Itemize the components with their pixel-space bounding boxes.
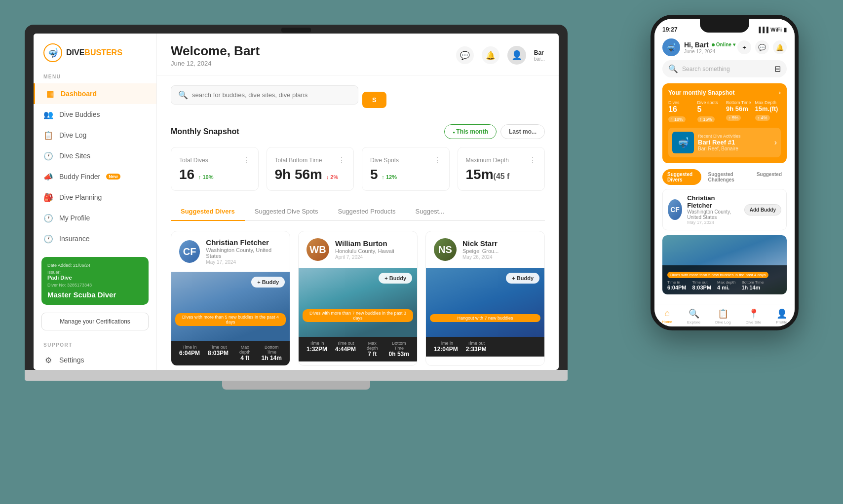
activity-badge-nick: Hangout with 7 new buddies xyxy=(430,314,540,322)
snapshot-spots: Dive spots 5 ↑ 15% xyxy=(697,100,724,123)
add-buddy-phone-button[interactable]: Add Buddy xyxy=(744,204,781,216)
diver-name-christian: Christian Fletcher xyxy=(206,238,282,247)
dive-buddies-icon: 👥 xyxy=(43,109,53,119)
wifi-icon: WiFi xyxy=(770,27,782,33)
phone-map-card: Dives with more than 5 new buddies in th… xyxy=(662,235,787,294)
phone-tab-suggested[interactable]: Suggested xyxy=(752,169,787,185)
tab-suggested-divers[interactable]: Suggested Divers xyxy=(171,203,245,221)
sidebar-item-label-dashboard: Dashboard xyxy=(61,90,97,98)
manage-certs-button[interactable]: Manage your Certifications xyxy=(41,313,149,330)
bottom-nav-divesite[interactable]: 📍 Dive Site xyxy=(746,308,762,324)
sidebar-item-insurance[interactable]: 🕐 Insurance xyxy=(34,228,156,249)
phone-hi-text: Hi, Bart xyxy=(684,41,709,49)
tab-suggested-products[interactable]: Suggested Products xyxy=(328,203,405,221)
snapshot-depth: Max Depth 15m.(ft) ↑ 4% xyxy=(755,100,781,123)
phone-add-icon[interactable]: + xyxy=(737,40,751,54)
sidebar-item-dive-planning[interactable]: 🎒 Dive Planning xyxy=(34,187,156,208)
diver-date-william: April 7, 2024 xyxy=(335,254,394,260)
time-out-christian: Time out 8:03PM xyxy=(208,345,229,361)
snapshot-grid: Dives 16 ↑ 18% Dive spots 5 ↑ 15% Bottom… xyxy=(668,100,781,123)
recent-dive-card: 🤿 Recent Dive Activities Bari Reef #1 Ba… xyxy=(668,128,781,157)
map-image: Dives with more than 5 new buddies in th… xyxy=(662,235,787,294)
bottom-nav-profile[interactable]: 👤 Profile xyxy=(776,308,787,324)
diver-image-christian: + Buddy Dives with more than 5 new buddi… xyxy=(171,272,290,341)
phone-user-info: 🤿 Hi, Bart Online ▾ June 12, 2024 xyxy=(662,38,735,56)
phone-tab-divers[interactable]: Suggested Divers xyxy=(662,169,701,185)
monthly-snapshot-title: Monthly Snapshot xyxy=(171,127,239,136)
tabs-row: Suggested Divers Suggested Dive Spots Su… xyxy=(171,203,545,221)
bottom-time-christian: Bottom Time 1h 14m xyxy=(262,345,282,361)
phone-search-icon: 🔍 xyxy=(668,64,678,73)
signal-icon: ▐▐▐ xyxy=(757,27,768,33)
bottom-time-menu[interactable]: ⋮ xyxy=(338,155,345,165)
diver-card-william: WB William Burton Honolulu County, Hawai… xyxy=(298,231,418,366)
map-tag: Dives with more than 5 new buddies in th… xyxy=(667,272,768,278)
tab-suggest-more[interactable]: Suggest... xyxy=(406,203,455,221)
bottom-nav-home[interactable]: ⌂ Home xyxy=(662,308,672,324)
battery-icon: ▮ xyxy=(784,27,787,33)
phone-suggested-card: CF Christian Fletcher Washington County,… xyxy=(662,189,787,230)
dive-stats-christian: Time in 6:04PM Time out 8:03PM Max depth… xyxy=(171,341,290,365)
bottom-time-label: Total Bottom Time xyxy=(275,157,322,164)
sidebar-item-dive-sites[interactable]: 🕐 Dive Sites xyxy=(34,145,156,166)
diver-card-nick: NS Nick Starr Speigel Grou... May 26, 20… xyxy=(425,231,545,366)
search-input[interactable] xyxy=(192,91,351,99)
sidebar-item-dive-log[interactable]: 📋 Dive Log xyxy=(34,125,156,145)
month-toggle: This month Last mo... xyxy=(444,124,545,139)
phone-diver-avatar: CF xyxy=(668,199,682,220)
max-depth-value: 15m(45 f xyxy=(466,167,537,182)
sidebar-item-dashboard[interactable]: ▦ Dashboard xyxy=(34,83,156,104)
phone-tabs: Suggested Divers Suggested Challenges Su… xyxy=(654,169,795,189)
logo-area: 🤿 DIVEBUSTERS xyxy=(34,43,156,74)
add-buddy-william[interactable]: + Buddy xyxy=(379,273,412,284)
tab-suggested-dive-spots[interactable]: Suggested Dive Spots xyxy=(245,203,328,221)
phone-header: 🤿 Hi, Bart Online ▾ June 12, 2024 + 💬 🔔 xyxy=(654,36,795,60)
dive-spots-value: 5 ↑ 12% xyxy=(370,167,441,182)
my-profile-icon: 🕐 xyxy=(43,213,53,223)
add-buddy-christian[interactable]: + Buddy xyxy=(251,277,285,288)
snapshot-dives: Dives 16 ↑ 18% xyxy=(668,100,694,123)
activity-badge-christian: Dives with more than 5 new buddies in th… xyxy=(175,313,286,326)
phone-bell-icon[interactable]: 🔔 xyxy=(773,40,787,54)
time-in-christian: Time in 6:04PM xyxy=(179,345,200,361)
bottom-nav-explore[interactable]: 🔍 Explore xyxy=(687,308,700,324)
sidebar-item-buddy-finder[interactable]: 📣 Buddy Finder New xyxy=(34,166,156,187)
stat-card-bottom-time: Total Bottom Time ⋮ 9h 56m ↓ 2% xyxy=(267,147,354,191)
logo-icon: 🤿 xyxy=(43,43,62,62)
bottom-time-value: 9h 56m ↓ 2% xyxy=(275,167,346,182)
user-info: Bar bar... xyxy=(534,49,545,62)
sidebar-item-label-planning: Dive Planning xyxy=(59,193,102,201)
sidebar-item-dive-buddies[interactable]: 👥 Dive Buddies xyxy=(34,104,156,125)
this-month-button[interactable]: This month xyxy=(444,124,497,139)
sidebar-item-my-profile[interactable]: 🕐 My Profile xyxy=(34,208,156,228)
profile-icon: 👤 xyxy=(776,308,787,319)
explore-icon: 🔍 xyxy=(689,308,699,319)
chat-icon[interactable]: 💬 xyxy=(456,46,474,64)
phone-header-icons: + 💬 🔔 xyxy=(737,40,787,54)
add-buddy-nick[interactable]: + Buddy xyxy=(506,273,539,284)
max-depth-menu[interactable]: ⋮ xyxy=(529,155,536,165)
welcome-section: Welcome, Bart June 12, 2024 xyxy=(171,43,260,67)
phone-chat-icon[interactable]: 💬 xyxy=(755,40,769,54)
insurance-icon: 🕐 xyxy=(43,234,53,244)
sidebar-item-label-settings: Settings xyxy=(59,356,84,364)
search-row: 🔍 S xyxy=(171,85,545,114)
bottom-nav-divelog[interactable]: 📋 Dive Log xyxy=(715,308,731,324)
phone-tab-challenges[interactable]: Suggested Challenges xyxy=(703,169,750,185)
activity-badge-william: Dives with more than 7 new buddies in th… xyxy=(303,309,413,322)
total-dives-change: ↑ 10% xyxy=(198,174,214,180)
notification-icon[interactable]: 🔔 xyxy=(482,46,499,64)
search-button[interactable]: S xyxy=(362,92,386,108)
phone-search[interactable]: 🔍 Search something ⊟ xyxy=(662,60,787,77)
total-dives-menu[interactable]: ⋮ xyxy=(242,155,250,165)
phone-date: June 12, 2024 xyxy=(684,49,735,54)
sidebar-item-settings[interactable]: ⚙ Settings xyxy=(34,350,156,370)
diver-name-nick: Nick Starr xyxy=(462,239,498,248)
dive-spots-menu[interactable]: ⋮ xyxy=(433,155,441,165)
last-month-button[interactable]: Last mo... xyxy=(500,124,545,139)
diver-header-william: WB William Burton Honolulu County, Hawai… xyxy=(299,231,417,268)
home-icon: ⌂ xyxy=(664,308,670,319)
dashboard-icon: ▦ xyxy=(45,89,55,99)
laptop: 🤿 DIVEBUSTERS MENU ▦ Dashboard 👥 Dive Bu… xyxy=(25,25,568,409)
diver-avatar-william: WB xyxy=(307,238,329,261)
